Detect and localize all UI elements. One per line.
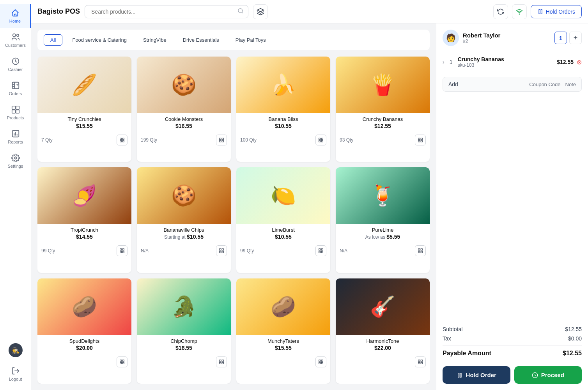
hold-orders-button[interactable]: Hold Orders [531, 5, 582, 18]
list-item[interactable]: 🍌 Banana Bliss $10.55 100 Qty [236, 57, 330, 162]
sidebar-item-orders[interactable]: Orders [0, 76, 31, 101]
svg-rect-42 [418, 249, 420, 250]
note-link[interactable]: Note [565, 82, 576, 87]
svg-rect-24 [319, 140, 321, 142]
product-footer: 7 Qty [37, 132, 131, 149]
product-qty: 99 Qty [240, 248, 254, 254]
product-grid-btn[interactable] [315, 356, 326, 367]
product-image-cookie-monsters: 🍪 [137, 57, 231, 113]
product-body: Cookie Monsters $16.55 [137, 113, 231, 132]
product-name: Banana Bliss [240, 116, 326, 122]
list-item[interactable]: 🍹 PureLime As low as $5.55 N/A [336, 167, 430, 273]
list-item[interactable]: 🍪 Cookie Monsters $16.55 199 Qty [137, 57, 231, 162]
list-item[interactable]: 🍠 TropiCrunch $14.55 99 Qty [37, 167, 131, 273]
product-image-bananaville: 🍪 [137, 167, 231, 224]
cart-item-chevron[interactable]: › [443, 59, 445, 65]
products-panel: All Food service & Catering StringVibe D… [31, 23, 436, 390]
product-name: TropiCrunch [41, 227, 128, 233]
list-item[interactable]: 🍟 Crunchy Bananas $12.55 93 Qty [336, 57, 430, 162]
list-item[interactable]: 🥔 SpudDelights $20.00 [37, 278, 131, 384]
cashier-icon [11, 57, 20, 66]
cart-panel: 🧑 Robert Taylor #2 1 + › 1 Crunchy Banan [436, 23, 588, 390]
svg-rect-38 [319, 249, 321, 250]
customers-icon [11, 33, 20, 41]
cat-tab-playpal[interactable]: Play Pal Toys [229, 34, 273, 46]
list-item[interactable]: 🍪 Bananaville Chips Starting at $10.55 N… [137, 167, 231, 273]
product-grid-btn[interactable] [415, 245, 426, 256]
hold-order-pause-icon [457, 372, 463, 378]
orders-icon [11, 81, 20, 90]
product-grid-btn[interactable] [216, 356, 227, 367]
sidebar-products-label: Products [7, 115, 24, 120]
subtotal-value: $12.55 [565, 326, 582, 332]
sidebar-item-cashier[interactable]: Cashier [0, 52, 31, 76]
cat-tab-all[interactable]: All [44, 34, 62, 46]
search-input[interactable] [85, 5, 248, 18]
sidebar-item-logout[interactable]: Logout [0, 362, 31, 386]
svg-rect-32 [120, 251, 122, 253]
product-grid-btn[interactable] [216, 245, 227, 256]
list-item[interactable]: 🥖 Tiny Crunchies $15.55 7 Qty [37, 57, 131, 162]
product-body: PureLime As low as $5.55 [336, 224, 430, 243]
proceed-button[interactable]: Proceed [514, 366, 582, 384]
sidebar-item-home[interactable]: Home [0, 4, 31, 28]
list-item[interactable]: 🐊 ChipChomp $18.55 [137, 278, 231, 384]
product-body: Crunchy Bananas $12.55 [336, 113, 430, 132]
svg-point-1 [16, 34, 19, 37]
cart-item-remove-btn[interactable]: ⊗ [577, 58, 582, 66]
svg-rect-7 [16, 110, 19, 113]
cart-item-sku: sku-103 [458, 62, 554, 68]
product-grid-btn[interactable] [117, 356, 128, 367]
sidebar-customers-label: Customers [5, 43, 26, 48]
svg-rect-6 [12, 110, 15, 113]
svg-point-0 [12, 34, 15, 37]
cat-tab-drive[interactable]: Drive Essentials [176, 34, 226, 46]
hold-order-button[interactable]: Hold Order [443, 366, 510, 384]
product-footer: N/A [137, 243, 231, 259]
product-body: HarmonicTone $22.00 [336, 335, 430, 354]
product-grid-btn[interactable] [117, 245, 128, 256]
cart-qty-display: 1 [554, 32, 567, 44]
sidebar-item-settings[interactable]: Settings [0, 149, 31, 173]
svg-rect-39 [321, 249, 323, 250]
coupon-code-link[interactable]: Coupon Code [529, 82, 560, 87]
product-grid-btn[interactable] [415, 356, 426, 367]
customer-name: Robert Taylor [463, 32, 551, 39]
cart-summary: Subtotal $12.55 Tax $0.00 Payable Amount… [443, 320, 582, 360]
add-coupon-area: Add Coupon Code Note [443, 77, 582, 92]
product-image-chipchomp: 🐊 [137, 278, 231, 335]
list-item[interactable]: 🍋 LimeBurst $10.55 99 Qty [236, 167, 330, 273]
3d-box-btn[interactable] [253, 4, 268, 19]
refresh-btn[interactable] [493, 4, 508, 19]
list-item[interactable]: 🎸 HarmonicTone $22.00 [336, 278, 430, 384]
product-grid-btn[interactable] [315, 135, 326, 145]
sidebar-user-avatar[interactable]: 🕵️ [0, 339, 31, 362]
sidebar-home-label: Home [9, 19, 21, 23]
customer-info: Robert Taylor #2 [463, 32, 551, 44]
product-grid-btn[interactable] [315, 245, 326, 256]
pause-icon [537, 9, 544, 15]
tax-label: Tax [443, 335, 451, 342]
product-qty: N/A [340, 248, 347, 254]
product-image-munchytaters: 🥔 [236, 278, 330, 335]
product-grid-btn[interactable] [117, 135, 128, 145]
svg-rect-25 [321, 140, 323, 142]
cat-tab-stringvibe[interactable]: StringVibe [136, 34, 173, 46]
svg-point-10 [238, 9, 243, 13]
cart-add-btn[interactable]: + [569, 32, 582, 44]
svg-rect-18 [220, 138, 221, 140]
cat-tab-food[interactable]: Food service & Catering [66, 34, 133, 46]
tax-row: Tax $0.00 [443, 335, 582, 342]
home-icon [11, 9, 19, 17]
product-footer [336, 354, 430, 370]
svg-rect-23 [321, 138, 323, 140]
product-grid-btn[interactable] [216, 135, 227, 145]
product-name: HarmonicTone [340, 338, 426, 344]
sidebar-item-products[interactable]: Products [0, 101, 31, 125]
sidebar-item-customers[interactable]: Customers [0, 28, 31, 52]
svg-rect-52 [220, 362, 221, 364]
product-grid-btn[interactable] [415, 135, 426, 145]
product-body: Bananaville Chips Starting at $10.55 [137, 224, 231, 243]
list-item[interactable]: 🥔 MunchyTaters $15.55 [236, 278, 330, 384]
sidebar-item-reports[interactable]: Reports [0, 125, 31, 149]
